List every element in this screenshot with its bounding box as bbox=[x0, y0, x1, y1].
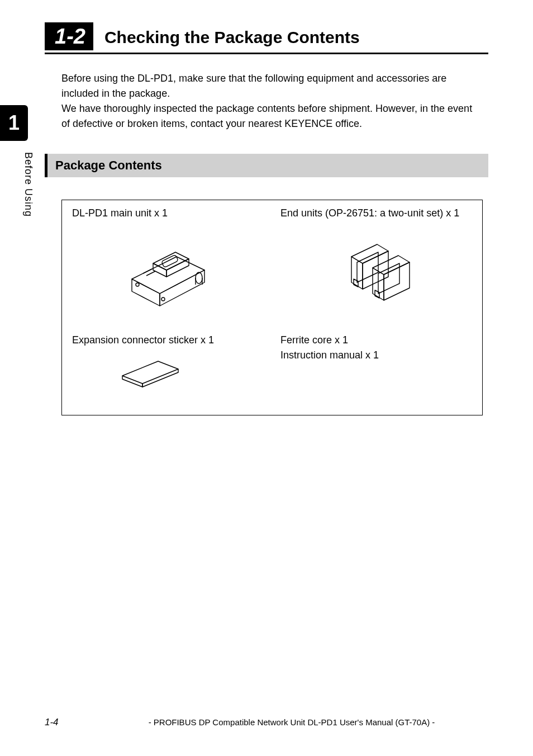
footer-doc-title: - PROFIBUS DP Compatible Network Unit DL… bbox=[95, 717, 488, 727]
subsection-heading: Package Contents bbox=[45, 154, 488, 177]
package-item-end-units: End units (OP-26751: a two-unit set) x 1 bbox=[280, 206, 472, 328]
package-item-misc: Ferrite core x 1 Instruction manual x 1 bbox=[280, 333, 472, 405]
item-label-manual: Instruction manual x 1 bbox=[280, 348, 472, 363]
intro-text: Before using the DL-PD1, make sure that … bbox=[61, 71, 483, 131]
item-label: Expansion connector sticker x 1 bbox=[72, 333, 264, 348]
end-units-illustration bbox=[280, 229, 472, 317]
sticker-illustration bbox=[117, 356, 264, 394]
main-unit-illustration bbox=[72, 229, 264, 317]
svg-point-1 bbox=[196, 272, 202, 284]
chapter-tab: 1 bbox=[0, 105, 28, 141]
package-item-sticker: Expansion connector sticker x 1 bbox=[72, 333, 264, 405]
page-footer: 1-4 - PROFIBUS DP Compatible Network Uni… bbox=[45, 717, 488, 728]
side-running-head: Before Using bbox=[22, 152, 34, 217]
svg-point-2 bbox=[136, 283, 139, 286]
footer-page-number: 1-4 bbox=[45, 717, 95, 728]
svg-point-3 bbox=[161, 297, 165, 301]
item-label: DL-PD1 main unit x 1 bbox=[72, 206, 264, 221]
section-header: 1-2 Checking the Package Contents bbox=[45, 22, 488, 54]
package-item-main-unit: DL-PD1 main unit x 1 bbox=[72, 206, 264, 328]
item-label-ferrite: Ferrite core x 1 bbox=[280, 333, 472, 348]
intro-paragraph-2: We have thoroughly inspected the package… bbox=[61, 101, 483, 131]
section-title: Checking the Package Contents bbox=[104, 28, 360, 50]
package-contents-box: DL-PD1 main unit x 1 bbox=[61, 200, 483, 415]
item-label: End units (OP-26751: a two-unit set) x 1 bbox=[280, 206, 472, 221]
intro-paragraph-1: Before using the DL-PD1, make sure that … bbox=[61, 71, 483, 101]
section-number: 1-2 bbox=[45, 22, 93, 50]
